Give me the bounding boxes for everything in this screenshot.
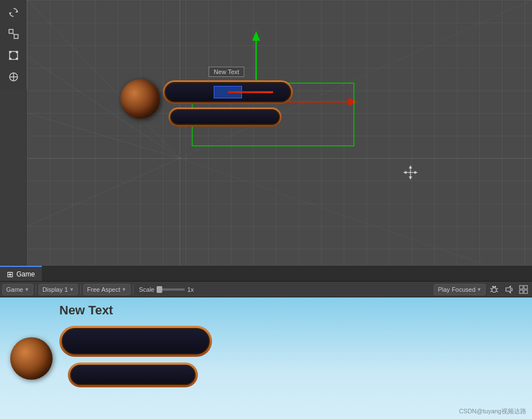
game-tab-icon: ⊞	[7, 270, 14, 279]
scale-value: 1x	[187, 286, 194, 293]
svg-marker-40	[506, 286, 511, 293]
svg-rect-9	[16, 58, 18, 60]
svg-line-4	[13, 33, 14, 34]
scale-control: Scale 1x	[136, 286, 197, 293]
svg-marker-0	[15, 10, 18, 12]
slot-bar-1-inner	[165, 82, 291, 102]
game-tab[interactable]: ⊞ Game	[0, 266, 42, 281]
svg-marker-30	[403, 171, 406, 174]
svg-line-35	[496, 288, 498, 289]
separator-1	[36, 284, 36, 295]
rotate-tool-icon[interactable]	[3, 2, 24, 23]
svg-line-36	[490, 291, 492, 292]
svg-marker-31	[414, 171, 418, 174]
game-object-container	[152, 74, 327, 147]
svg-line-37	[496, 291, 498, 292]
svg-rect-8	[9, 58, 11, 60]
game-slot-2-inner	[70, 365, 196, 385]
play-focused-chevron-icon: ▼	[477, 287, 482, 292]
custom-tool-icon[interactable]	[3, 67, 24, 87]
game-slot-2	[68, 362, 198, 387]
watermark: CSDN@tuyang视频达路	[459, 407, 526, 416]
separator-2	[80, 284, 81, 295]
svg-rect-41	[520, 286, 523, 289]
display-label: Display 1	[42, 286, 68, 293]
game-slot-1	[59, 326, 212, 357]
game-toolbar: Game ▼ Display 1 ▼ Free Aspect ▼ Scale 1…	[0, 282, 532, 297]
svg-point-32	[492, 288, 496, 292]
scale-slider[interactable]	[157, 288, 185, 291]
scale-label: Scale	[139, 286, 155, 293]
scale-thumb	[157, 286, 162, 293]
game-label: Game	[6, 286, 23, 293]
svg-marker-28	[409, 165, 412, 169]
slot-bar-2-inner	[170, 109, 280, 125]
svg-rect-42	[524, 286, 527, 289]
game-dropdown[interactable]: Game ▼	[2, 284, 33, 295]
separator-3	[133, 284, 133, 295]
svg-line-34	[490, 288, 492, 289]
grid-icon[interactable]	[517, 283, 530, 296]
toolbar-right: Play Focused ▼	[434, 283, 530, 296]
scene-view[interactable]: New Text	[27, 0, 532, 281]
slot-bar-1	[163, 80, 293, 104]
aspect-chevron-icon: ▼	[122, 287, 127, 292]
svg-rect-7	[16, 51, 18, 53]
play-focused-dropdown[interactable]: Play Focused ▼	[434, 284, 486, 295]
game-sphere	[10, 337, 53, 379]
slot-bar-2	[168, 107, 282, 127]
top-toolbar	[0, 0, 27, 89]
game-new-text: New Text	[59, 303, 113, 318]
display-dropdown[interactable]: Display 1 ▼	[38, 284, 78, 295]
svg-point-39	[495, 286, 496, 287]
display-chevron-icon: ▼	[69, 287, 74, 292]
scale-tool-icon[interactable]	[3, 24, 24, 44]
aspect-dropdown[interactable]: Free Aspect ▼	[83, 284, 131, 295]
svg-rect-44	[524, 290, 527, 293]
rect-transform-icon[interactable]	[3, 45, 24, 66]
bug-icon[interactable]	[488, 283, 500, 296]
svg-rect-3	[14, 34, 18, 38]
svg-rect-6	[9, 51, 11, 53]
game-tab-label: Game	[16, 270, 35, 278]
aspect-label: Free Aspect	[87, 286, 120, 293]
game-chevron-icon: ▼	[24, 287, 29, 292]
svg-rect-2	[9, 29, 13, 33]
move-cursor-icon	[402, 164, 419, 184]
svg-marker-1	[10, 12, 12, 15]
slot-red-line	[228, 92, 273, 93]
audio-icon[interactable]	[503, 283, 515, 296]
play-focused-label: Play Focused	[438, 286, 475, 293]
sphere-object	[120, 79, 160, 119]
svg-point-38	[492, 286, 494, 287]
svg-rect-43	[520, 290, 523, 293]
game-view: New Text CSDN@tuyang视频达路	[0, 297, 532, 419]
svg-marker-29	[409, 176, 412, 180]
panel-tab-bar: ⊞ Game	[0, 266, 532, 282]
game-slot-1-inner	[62, 328, 210, 355]
